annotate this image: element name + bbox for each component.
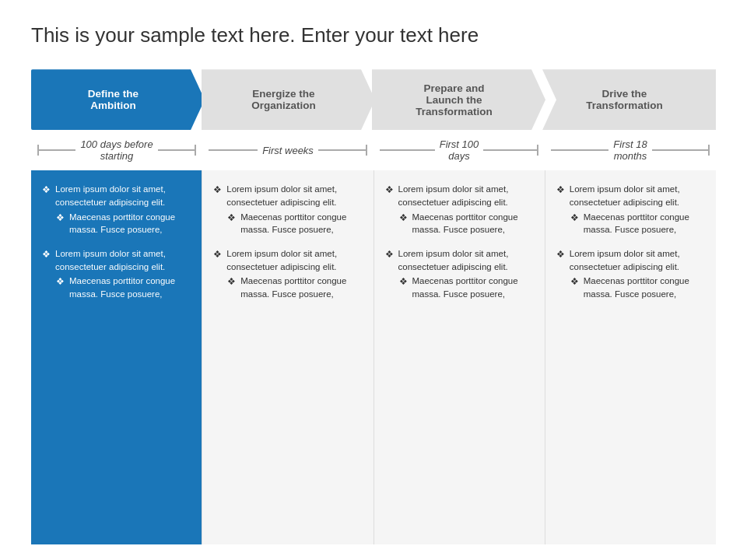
arrow-label-1: Energize the Organization xyxy=(251,88,316,111)
diamond-icon: ❖ xyxy=(570,212,579,225)
content-col-3: ❖Lorem ipsum dolor sit amet, consectetue… xyxy=(545,170,716,544)
diamond-icon: ❖ xyxy=(56,212,65,225)
timeline-cell-1: First weeks xyxy=(202,145,374,156)
diamond-icon: ❖ xyxy=(56,275,65,289)
bullet-item: ❖Lorem ipsum dolor sit amet, consectetue… xyxy=(213,183,362,208)
diamond-icon: ❖ xyxy=(213,248,222,261)
bullet-text: Lorem ipsum dolor sit amet, consectetuer… xyxy=(226,247,362,273)
bullet-item: ❖Lorem ipsum dolor sit amet, consectetue… xyxy=(42,183,191,208)
timeline-label-0: 100 days before starting xyxy=(75,138,157,162)
bullet-group-1-0: ❖Lorem ipsum dolor sit amet, consectetue… xyxy=(213,183,362,236)
bullet-text: Lorem ipsum dolor sit amet, consectetuer… xyxy=(570,247,705,273)
bullet-group-0-0: ❖Lorem ipsum dolor sit amet, consectetue… xyxy=(42,183,191,236)
diamond-icon: ❖ xyxy=(42,184,51,197)
page: This is your sample text here. Enter you… xyxy=(0,0,747,560)
diamond-icon: ❖ xyxy=(385,248,394,261)
arrow-label-0: Define the Ambition xyxy=(88,88,139,111)
bullet-item: ❖Lorem ipsum dolor sit amet, consectetue… xyxy=(556,183,705,208)
sub-bullet-item: ❖Maecenas porttitor congue massa. Fusce … xyxy=(570,211,705,236)
bullet-item: ❖Lorem ipsum dolor sit amet, consectetue… xyxy=(385,247,534,273)
bullet-text: Lorem ipsum dolor sit amet, consectetuer… xyxy=(226,183,362,208)
arrow-label-2: Prepare and Launch the Transformation xyxy=(416,82,492,117)
bullet-text: Lorem ipsum dolor sit amet, consectetuer… xyxy=(398,247,534,273)
sub-bullet-item: ❖Maecenas porttitor congue massa. Fusce … xyxy=(399,275,534,300)
sub-bullet-item: ❖Maecenas porttitor congue massa. Fusce … xyxy=(56,275,191,300)
timeline-label-2: First 100 days xyxy=(435,138,484,162)
timeline-cell-2: First 100 days xyxy=(374,138,545,162)
timeline-row: 100 days before starting First weeks Fir… xyxy=(31,130,716,170)
bullet-text: Lorem ipsum dolor sit amet, consectetuer… xyxy=(55,247,191,273)
content-row: ❖Lorem ipsum dolor sit amet, consectetue… xyxy=(31,170,716,544)
sub-bullet-item: ❖Maecenas porttitor congue massa. Fusce … xyxy=(570,275,705,300)
timeline-label-1: First weeks xyxy=(258,145,318,156)
bullet-item: ❖Lorem ipsum dolor sit amet, consectetue… xyxy=(556,247,705,273)
diamond-icon: ❖ xyxy=(227,212,236,225)
bullet-text: Lorem ipsum dolor sit amet, consectetuer… xyxy=(570,183,705,208)
diamond-icon: ❖ xyxy=(213,184,222,197)
sub-bullet-text: Maecenas porttitor congue massa. Fusce p… xyxy=(69,211,191,236)
sub-bullet-text: Maecenas porttitor congue massa. Fusce p… xyxy=(584,275,705,300)
timeline-cell-0: 100 days before starting xyxy=(31,138,202,162)
diamond-icon: ❖ xyxy=(556,248,565,261)
bullet-text: Lorem ipsum dolor sit amet, consectetuer… xyxy=(55,183,191,208)
bullet-group-0-1: ❖Lorem ipsum dolor sit amet, consectetue… xyxy=(42,247,191,301)
timeline-label-3: First 18 months xyxy=(608,138,651,162)
bullet-group-3-0: ❖Lorem ipsum dolor sit amet, consectetue… xyxy=(556,183,705,236)
bullet-item: ❖Lorem ipsum dolor sit amet, consectetue… xyxy=(213,247,362,273)
sub-bullet-item: ❖Maecenas porttitor congue massa. Fusce … xyxy=(56,211,191,236)
arrow-define[interactable]: Define the Ambition xyxy=(31,69,205,130)
bullet-group-3-1: ❖Lorem ipsum dolor sit amet, consectetue… xyxy=(556,247,705,301)
arrow-energize[interactable]: Energize the Organization xyxy=(202,69,375,130)
bullet-group-1-1: ❖Lorem ipsum dolor sit amet, consectetue… xyxy=(213,247,362,301)
sub-bullet-text: Maecenas porttitor congue massa. Fusce p… xyxy=(584,211,705,236)
sub-bullet-text: Maecenas porttitor congue massa. Fusce p… xyxy=(240,275,362,300)
arrow-header: Define the Ambition Energize the Organiz… xyxy=(31,69,716,130)
bullet-group-2-1: ❖Lorem ipsum dolor sit amet, consectetue… xyxy=(385,247,534,301)
sub-bullet-text: Maecenas porttitor congue massa. Fusce p… xyxy=(412,211,534,236)
sub-bullet-item: ❖Maecenas porttitor congue massa. Fusce … xyxy=(227,211,362,236)
arrow-drive[interactable]: Drive the Transformation xyxy=(542,69,716,130)
diamond-icon: ❖ xyxy=(42,248,51,261)
bullet-item: ❖Lorem ipsum dolor sit amet, consectetue… xyxy=(42,247,191,273)
timeline-cell-3: First 18 months xyxy=(545,138,716,162)
bullet-item: ❖Lorem ipsum dolor sit amet, consectetue… xyxy=(385,183,534,208)
sub-bullet-item: ❖Maecenas porttitor congue massa. Fusce … xyxy=(399,211,534,236)
content-col-1: ❖Lorem ipsum dolor sit amet, consectetue… xyxy=(202,170,374,544)
content-col-2: ❖Lorem ipsum dolor sit amet, consectetue… xyxy=(374,170,545,544)
diamond-icon: ❖ xyxy=(556,184,565,197)
bullet-group-2-0: ❖Lorem ipsum dolor sit amet, consectetue… xyxy=(385,183,534,236)
arrow-prepare[interactable]: Prepare and Launch the Transformation xyxy=(372,69,545,130)
page-title: This is your sample text here. Enter you… xyxy=(31,23,716,47)
sub-bullet-item: ❖Maecenas porttitor congue massa. Fusce … xyxy=(227,275,362,300)
sub-bullet-text: Maecenas porttitor congue massa. Fusce p… xyxy=(69,275,191,300)
diamond-icon: ❖ xyxy=(227,275,236,289)
diamond-icon: ❖ xyxy=(570,275,579,289)
diamond-icon: ❖ xyxy=(399,212,408,225)
diamond-icon: ❖ xyxy=(399,275,408,289)
arrow-label-3: Drive the Transformation xyxy=(586,88,662,111)
diamond-icon: ❖ xyxy=(385,184,394,197)
bullet-text: Lorem ipsum dolor sit amet, consectetuer… xyxy=(398,183,534,208)
sub-bullet-text: Maecenas porttitor congue massa. Fusce p… xyxy=(412,275,534,300)
sub-bullet-text: Maecenas porttitor congue massa. Fusce p… xyxy=(240,211,362,236)
content-col-0: ❖Lorem ipsum dolor sit amet, consectetue… xyxy=(31,170,202,544)
